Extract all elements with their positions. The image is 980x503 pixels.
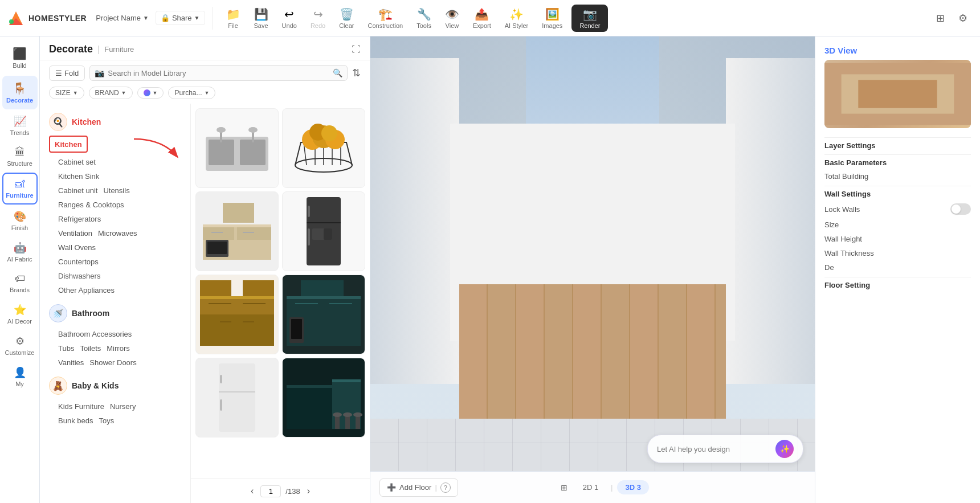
search-box[interactable]: 📷 🔍: [89, 65, 348, 81]
filter-size-btn[interactable]: SIZE ▼: [49, 87, 84, 99]
vanities-item[interactable]: Vanities: [58, 358, 84, 367]
tools-tool-btn[interactable]: 🔧 Tools: [410, 5, 438, 32]
product-card-fridge-white[interactable]: [195, 358, 279, 437]
next-page-btn[interactable]: ›: [305, 484, 312, 498]
product-card-kitchen-teal[interactable]: [282, 358, 365, 437]
tubs-item[interactable]: Tubs: [58, 344, 74, 353]
product-card-refrigerator[interactable]: [282, 191, 365, 271]
prev-page-btn[interactable]: ‹: [248, 484, 256, 498]
render-tool-btn[interactable]: 📷 Render: [571, 5, 608, 32]
tab-2d[interactable]: 2D 1: [575, 480, 606, 494]
save-tool-btn[interactable]: 💾 Save: [247, 5, 275, 32]
project-name-btn[interactable]: Project Name ▼: [91, 11, 153, 24]
furniture-label: Furniture: [6, 192, 33, 199]
countertops-item[interactable]: Countertops: [40, 255, 190, 269]
bathroom-accessories-item[interactable]: Bathroom Accessories: [40, 327, 190, 341]
dishwashers-item[interactable]: Dishwashers: [40, 269, 190, 283]
clear-tool-btn[interactable]: 🗑️ Clear: [332, 5, 361, 32]
wall-thickness-label: Wall Thickness: [824, 249, 874, 257]
construction-tool-btn[interactable]: 🏗️ Construction: [361, 5, 410, 32]
redo-tool-btn[interactable]: ↪ Redo: [304, 5, 332, 32]
file-tool-btn[interactable]: 📁 File: [219, 5, 247, 32]
lock-walls-row: Lock Walls: [824, 201, 971, 218]
ranges-item[interactable]: Ranges & Cooktops: [40, 198, 190, 212]
images-tool-btn[interactable]: 🖼️ Images: [535, 5, 569, 32]
search-icon[interactable]: 🔍: [333, 68, 342, 77]
baby-sub-row: Kids Furniture Nursery: [40, 399, 190, 414]
microwaves-item[interactable]: Microwaves: [98, 229, 137, 238]
sidebar-item-structure[interactable]: 🏛 Structure: [2, 142, 38, 171]
sink-product-image: [200, 120, 274, 177]
bathroom-section-header[interactable]: 🚿 Bathroom: [40, 300, 190, 327]
ai-styler-tool-btn[interactable]: ✨ AI Styler: [498, 5, 536, 32]
camera-icon[interactable]: 📷: [95, 68, 104, 77]
cabinet-unit-item[interactable]: Cabinet unit: [58, 186, 97, 195]
sidebar-item-ai-decor[interactable]: ⭐ AI Decor: [2, 299, 38, 329]
topbar: HOMESTYLER Project Name ▼ 🔒 Share ▼ 📁 Fi…: [0, 0, 980, 36]
view-tool-btn[interactable]: 👁️ View: [438, 5, 466, 32]
export-tool-btn[interactable]: 📤 Export: [466, 5, 498, 32]
sidebar-item-finish[interactable]: 🎨 Finish: [2, 206, 38, 236]
kitchen-section-header[interactable]: 🍳 Kitchen: [40, 108, 190, 136]
sort-icon[interactable]: ⇅: [352, 67, 361, 79]
filter-brand-btn[interactable]: BRAND ▼: [89, 87, 133, 99]
category-sidebar: 🍳 Kitchen Kitchen: [40, 104, 191, 503]
shower-doors-item[interactable]: Shower Doors: [89, 358, 136, 367]
search-input[interactable]: [108, 69, 329, 77]
lock-walls-toggle[interactable]: [950, 203, 971, 215]
sidebar-item-customize[interactable]: ⚙ Customize: [2, 330, 38, 361]
refrigerators-item[interactable]: Refrigerators: [40, 212, 190, 226]
fold-btn[interactable]: ☰ Fold: [49, 66, 85, 81]
product-card-cabinet[interactable]: [195, 275, 279, 354]
add-floor-sep: |: [435, 483, 436, 492]
baby-kids-section: 🧸 Baby & Kids Kids Furniture Nursery Bun…: [40, 372, 190, 428]
floor-plan-icon-btn[interactable]: ⊞: [930, 8, 950, 28]
right-preview[interactable]: [824, 60, 971, 128]
nursery-item[interactable]: Nursery: [110, 402, 136, 411]
other-appliances-item[interactable]: Other Appliances: [40, 283, 190, 297]
sidebar-item-ai-fabric[interactable]: 🤖 AI Fabric: [2, 237, 38, 267]
settings-icon-btn[interactable]: ⚙: [953, 8, 973, 28]
product-card-kitchen-dark[interactable]: [282, 275, 365, 354]
wall-ovens-item[interactable]: Wall Ovens: [40, 240, 190, 255]
toys-item[interactable]: Toys: [99, 416, 114, 425]
toilets-item[interactable]: Toilets: [80, 344, 101, 353]
ventilation-item[interactable]: Ventilation: [58, 229, 92, 238]
panel-expand-icon[interactable]: ⛶: [352, 44, 361, 55]
sidebar-item-trends[interactable]: 📈 Trends: [2, 111, 38, 141]
kitchen-sink-item[interactable]: Kitchen Sink: [40, 169, 190, 183]
help-btn[interactable]: ?: [440, 482, 451, 493]
filter-purchase-btn[interactable]: Purcha... ▼: [168, 87, 215, 99]
undo-tool-btn[interactable]: ↩ Undo: [275, 5, 304, 32]
tab-3d[interactable]: 3D 3: [617, 480, 648, 494]
sidebar-item-decorate[interactable]: 🪑 Decorate: [2, 76, 38, 109]
logo-area[interactable]: HOMESTYLER: [7, 9, 87, 27]
product-card-sink[interactable]: [195, 108, 279, 188]
svg-rect-40: [220, 321, 231, 322]
product-card-kitchen-set[interactable]: [195, 191, 279, 271]
right-sidebar: 3D View Layer Settings Basic Parameters …: [815, 36, 980, 503]
svg-point-7: [217, 127, 226, 133]
ai-chat-input[interactable]: [657, 445, 771, 453]
bunk-beds-item[interactable]: Bunk beds: [58, 416, 93, 425]
product-card-basket[interactable]: [282, 108, 365, 188]
file-icon: 📁: [226, 7, 240, 21]
sidebar-item-brands[interactable]: 🏷 Brands: [2, 268, 38, 298]
sidebar-item-my[interactable]: 👤 My: [2, 362, 38, 392]
add-floor-btn[interactable]: ➕ Add Floor | ?: [379, 479, 458, 497]
ai-chat-bar[interactable]: ✨: [647, 435, 803, 463]
baby-kids-section-header[interactable]: 🧸 Baby & Kids: [40, 372, 190, 399]
mirrors-item[interactable]: Mirrors: [107, 344, 129, 353]
kids-furniture-item[interactable]: Kids Furniture: [58, 402, 104, 411]
brands-icon: 🏷: [15, 273, 25, 285]
share-btn[interactable]: 🔒 Share ▼: [156, 11, 205, 25]
utensils-item[interactable]: Utensils: [103, 186, 129, 195]
cabinet-set-item[interactable]: Cabinet set: [40, 155, 190, 169]
sidebar-item-furniture[interactable]: 🛋 Furniture: [2, 173, 38, 205]
grid-icon-btn[interactable]: ⊞: [558, 480, 570, 495]
page-input[interactable]: [260, 485, 281, 497]
tools-label: Tools: [416, 22, 431, 29]
filter-color-btn[interactable]: ▼: [137, 87, 164, 99]
sidebar-item-build[interactable]: ⬛ Build: [2, 41, 38, 75]
kitchen-active-badge[interactable]: Kitchen: [49, 136, 88, 153]
